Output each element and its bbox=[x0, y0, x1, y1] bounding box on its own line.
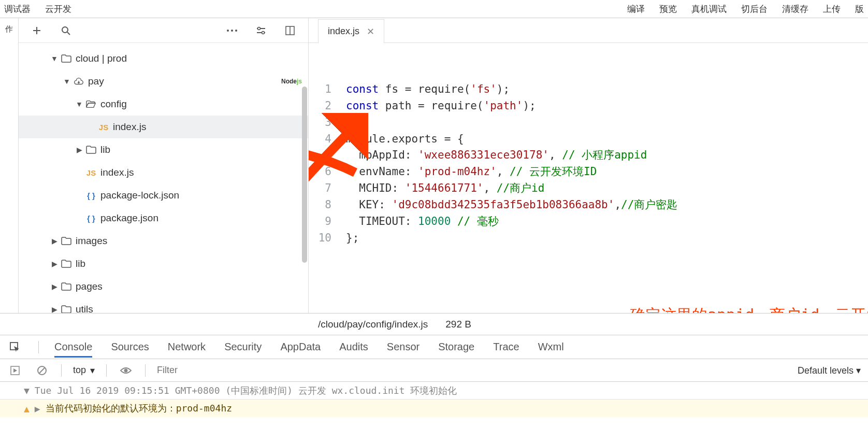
live-button[interactable] bbox=[118, 363, 134, 378]
inspect-button[interactable] bbox=[7, 339, 23, 355]
tree-row[interactable]: ▶utils bbox=[19, 298, 308, 313]
explorer-toolbar bbox=[19, 18, 308, 43]
devtools-tab[interactable]: Console bbox=[54, 341, 92, 358]
console-output[interactable]: ▼ Tue Jul 16 2019 09:15:51 GMT+0800 (中国标… bbox=[0, 382, 868, 417]
editor-tab[interactable]: index.js ✕ bbox=[318, 19, 384, 43]
clear-console-button[interactable] bbox=[34, 363, 50, 378]
json-icon: { } bbox=[84, 214, 98, 223]
menu-item[interactable]: 清缓存 bbox=[782, 3, 808, 15]
caret-down-icon: ▼ bbox=[75, 100, 84, 108]
line-number: 10 bbox=[309, 230, 346, 247]
json-icon: { } bbox=[84, 191, 98, 200]
tree-label: config bbox=[98, 98, 127, 110]
devtools-tab[interactable]: Storage bbox=[438, 341, 474, 353]
sliders-icon bbox=[256, 26, 266, 35]
svg-point-2 bbox=[231, 30, 233, 32]
tree-row[interactable]: ▼cloud | prod bbox=[19, 47, 308, 70]
folder-icon bbox=[84, 146, 98, 154]
caret-right-icon: ▶ bbox=[35, 403, 40, 414]
context-select[interactable]: top ▾ bbox=[73, 365, 95, 376]
menu-item[interactable]: 云开发 bbox=[45, 3, 71, 15]
devtools-tab[interactable]: AppData bbox=[280, 341, 321, 353]
devtools-tab[interactable]: Network bbox=[168, 341, 206, 353]
menu-item[interactable]: 真机调试 bbox=[691, 3, 727, 15]
menu-item[interactable]: 版 bbox=[855, 3, 864, 15]
caret-down-icon: ▼ bbox=[24, 385, 30, 396]
explorer-scrollbar[interactable] bbox=[302, 87, 307, 263]
left-gutter-label: 作 bbox=[5, 24, 13, 33]
line-number: 5 bbox=[309, 147, 346, 164]
tree-label: lib bbox=[74, 258, 85, 269]
file-explorer: ▼cloud | prod▼payNodejs▼configJSindex.js… bbox=[19, 18, 309, 313]
console-log-line: ▼ Tue Jul 16 2019 09:15:51 GMT+0800 (中国标… bbox=[0, 382, 868, 400]
tree-label: package.json bbox=[98, 212, 158, 224]
split-button[interactable] bbox=[282, 23, 298, 38]
log-text: 当前代码初始化的默认环境为：prod-m04hz bbox=[46, 402, 232, 415]
svg-point-1 bbox=[227, 30, 229, 32]
top-menu-right: 编译预览真机调试切后台清缓存上传版 bbox=[627, 3, 864, 15]
menu-item[interactable]: 调试器 bbox=[4, 3, 31, 15]
inspect-icon bbox=[10, 342, 20, 352]
menu-item[interactable]: 预览 bbox=[659, 3, 677, 15]
tree-label: utils bbox=[74, 304, 93, 313]
top-menu-bar: 调试器云开发 编译预览真机调试切后台清缓存上传版 bbox=[0, 0, 868, 18]
line-number: 2 bbox=[309, 98, 346, 115]
tree-row[interactable]: JSindex.js bbox=[19, 161, 308, 184]
caret-right-icon: ▶ bbox=[75, 146, 84, 154]
tree-row[interactable]: JSindex.js bbox=[19, 116, 308, 138]
filter-input[interactable] bbox=[157, 365, 786, 376]
tree-row[interactable]: { }package.json bbox=[19, 207, 308, 230]
annotation-line: 确定这里的appid，商户id，云开发环境id bbox=[630, 304, 868, 313]
tree-row[interactable]: ▶lib bbox=[19, 138, 308, 161]
caret-down-icon: ▼ bbox=[62, 77, 71, 86]
menu-item[interactable]: 编译 bbox=[627, 3, 645, 15]
caret-right-icon: ▶ bbox=[50, 282, 59, 291]
tree-row[interactable]: ▶images bbox=[19, 230, 308, 252]
tree-row[interactable]: ▼payNodejs bbox=[19, 70, 308, 93]
close-icon[interactable]: ✕ bbox=[367, 26, 374, 37]
log-text: Tue Jul 16 2019 09:15:51 GMT+0800 (中国标准时… bbox=[35, 385, 457, 397]
code-line: 10}; bbox=[309, 230, 868, 247]
editor-tab-bar: index.js ✕ bbox=[309, 18, 868, 43]
clear-icon bbox=[37, 365, 47, 376]
tree-label: pages bbox=[74, 281, 103, 292]
folder-open-icon bbox=[84, 100, 98, 108]
main-area: 作 ▼cloud | prod▼payNodejs▼configJSindex.… bbox=[0, 18, 868, 314]
line-number: 1 bbox=[309, 81, 346, 98]
tree-label: images bbox=[74, 235, 107, 247]
devtools-tabs: ConsoleSourcesNetworkSecurityAppDataAudi… bbox=[54, 341, 564, 353]
code-editor[interactable]: 1const fs = require('fs');2const path = … bbox=[309, 43, 868, 313]
folder-icon bbox=[59, 54, 74, 63]
more-button[interactable] bbox=[224, 23, 240, 38]
levels-select[interactable]: Default levels ▾ bbox=[798, 365, 861, 376]
js-icon: JS bbox=[84, 168, 98, 177]
tree-row[interactable]: ▼config bbox=[19, 93, 308, 116]
devtools-tab[interactable]: Security bbox=[224, 341, 262, 353]
folder-icon bbox=[59, 305, 74, 313]
search-button[interactable] bbox=[58, 23, 74, 38]
annotation-overlay: 确定这里的appid，商户id，云开发环境id 商户密匙都是你的 bbox=[630, 261, 868, 313]
devtools-tab[interactable]: Audits bbox=[339, 341, 368, 353]
plus-icon bbox=[32, 26, 41, 35]
code-line: 3 bbox=[309, 115, 868, 131]
tree-label: cloud | prod bbox=[74, 53, 127, 64]
folder-icon bbox=[59, 237, 74, 245]
devtools-tab[interactable]: Wxml bbox=[538, 341, 564, 353]
run-button[interactable] bbox=[7, 363, 23, 378]
settings-button[interactable] bbox=[253, 23, 269, 38]
devtools-tab[interactable]: Sources bbox=[111, 341, 149, 353]
devtools-tab[interactable]: Trace bbox=[493, 341, 519, 353]
js-icon: JS bbox=[96, 123, 111, 132]
tree-label: pay bbox=[86, 76, 104, 87]
console-warn-line: ▲ ▶ 当前代码初始化的默认环境为：prod-m04hz bbox=[0, 400, 868, 417]
menu-item[interactable]: 切后台 bbox=[741, 3, 768, 15]
tree-row[interactable]: ▶lib bbox=[19, 252, 308, 275]
devtools-tab[interactable]: Sensor bbox=[387, 341, 419, 353]
menu-item[interactable]: 上传 bbox=[823, 3, 841, 15]
tree-row[interactable]: ▶pages bbox=[19, 275, 308, 298]
add-file-button[interactable] bbox=[29, 23, 45, 38]
tree-row[interactable]: { }package-lock.json bbox=[19, 184, 308, 207]
file-tree[interactable]: ▼cloud | prod▼payNodejs▼configJSindex.js… bbox=[19, 43, 308, 313]
caret-down-icon: ▼ bbox=[50, 54, 59, 63]
caret-right-icon: ▶ bbox=[50, 260, 59, 268]
